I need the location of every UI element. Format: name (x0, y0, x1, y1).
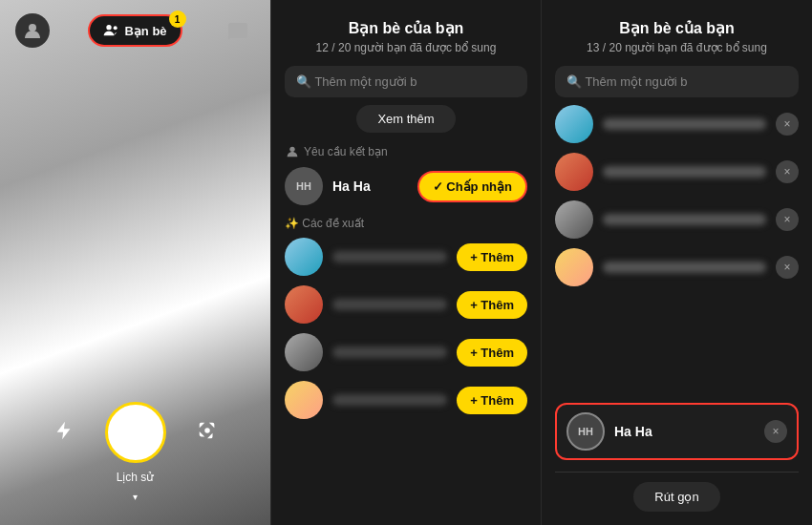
friends-search-placeholder: 🔍 Thêm một người b (296, 74, 417, 89)
friend-list-row-3: × (555, 200, 799, 239)
friends-list-search-placeholder: 🔍 Thêm một người b (566, 74, 687, 89)
suggestion-name-2 (332, 299, 447, 310)
friend-request-row: HH Ha Ha ✓ Chấp nhận (285, 167, 527, 205)
friend-name-blur-3 (603, 214, 766, 225)
ha-ha-name: Ha Ha (614, 424, 755, 439)
requester-avatar: HH (285, 167, 323, 205)
friend-avatar-4 (555, 248, 593, 286)
see-more-button[interactable]: Xem thêm (356, 105, 455, 133)
suggestions-section-label: ✨ Các đề xuất (285, 217, 364, 230)
friends-list-panel: Bạn bè của bạn 13 / 20 người bạn đã được… (541, 0, 812, 525)
requester-name: Ha Ha (332, 178, 408, 194)
camera-panel: Bạn bè 1 Lịch sử ▾ (0, 0, 270, 525)
ha-ha-friend-row: HH Ha Ha × (555, 403, 799, 460)
suggestion-avatar-2 (285, 285, 323, 324)
remove-ha-ha-button[interactable]: × (764, 420, 787, 443)
svg-point-0 (29, 24, 36, 32)
accept-button[interactable]: ✓ Chấp nhận (417, 171, 527, 202)
suggestion-avatar-4 (285, 381, 323, 419)
suggestion-row: + Thêm (285, 285, 527, 324)
chevron-down-icon: ▾ (133, 492, 138, 502)
suggestion-row: + Thêm (285, 381, 527, 419)
friend-name-blur-1 (603, 118, 766, 130)
suggestion-row: + Thêm (285, 238, 527, 276)
flip-camera-icon[interactable] (197, 420, 218, 445)
suggestion-name-3 (332, 346, 447, 358)
friend-list-row-2: × (555, 153, 799, 191)
friends-list-title: Bạn bè của bạn (619, 19, 735, 37)
friends-tab-label: Bạn bè (124, 24, 166, 38)
camera-bottom-bar: Lịch sử ▾ (0, 387, 270, 525)
svg-point-4 (289, 147, 294, 152)
add-friend-button-1[interactable]: + Thêm (457, 243, 527, 271)
history-label: Lịch sử (117, 471, 155, 484)
friends-list-search-bar[interactable]: 🔍 Thêm một người b (555, 66, 799, 97)
suggestion-name-1 (332, 251, 447, 262)
divider (555, 472, 799, 472)
request-section-label: Yêu cầu kết bạn (285, 144, 388, 159)
add-friend-button-3[interactable]: + Thêm (457, 339, 527, 367)
friends-request-subtitle: 12 / 20 người bạn đã được bổ sung (316, 41, 497, 54)
friends-request-panel: Bạn bè của bạn 12 / 20 người bạn đã được… (270, 0, 541, 525)
shutter-button[interactable] (105, 402, 166, 463)
suggestion-row: + Thêm (285, 333, 527, 371)
friend-list-row-1: × (555, 105, 799, 143)
friend-list-row-4: × (555, 248, 799, 286)
suggestion-name-4 (332, 394, 447, 406)
ha-ha-avatar: HH (566, 412, 605, 451)
friends-search-bar[interactable]: 🔍 Thêm một người b (285, 66, 527, 97)
suggestions-section: + Thêm + Thêm + Thêm + Thêm (271, 238, 541, 429)
friends-list-subtitle: 13 / 20 người bạn đã được bổ sung (587, 41, 767, 54)
collapse-button[interactable]: Rút gọn (633, 482, 719, 512)
suggestion-avatar-1 (285, 238, 323, 276)
remove-friend-button-3[interactable]: × (776, 208, 799, 231)
flash-icon[interactable] (53, 420, 75, 445)
remove-friend-button-4[interactable]: × (776, 256, 799, 279)
friends-request-title: Bạn bè của bạn (349, 19, 464, 37)
svg-point-3 (204, 428, 210, 433)
friends-tab[interactable]: Bạn bè 1 (88, 14, 182, 47)
friend-avatar-3 (555, 200, 593, 239)
svg-point-1 (107, 25, 112, 30)
add-friend-button-2[interactable]: + Thêm (457, 291, 527, 319)
friends-badge: 1 (169, 10, 186, 28)
remove-friend-button-2[interactable]: × (776, 160, 799, 183)
add-friend-button-4[interactable]: + Thêm (457, 387, 527, 414)
friend-name-blur-2 (603, 166, 766, 178)
camera-top-bar: Bạn bè 1 (0, 0, 270, 55)
svg-point-2 (114, 26, 118, 30)
friend-avatar-1 (555, 105, 593, 143)
remove-friend-button-1[interactable]: × (776, 113, 799, 136)
camera-controls (0, 402, 270, 463)
friends-list-scroll: × × × × (542, 105, 812, 403)
message-icon[interactable] (221, 13, 255, 48)
friend-name-blur-4 (603, 262, 766, 273)
friend-avatar-2 (555, 153, 593, 191)
profile-icon[interactable] (15, 13, 50, 48)
suggestion-avatar-3 (285, 333, 323, 371)
